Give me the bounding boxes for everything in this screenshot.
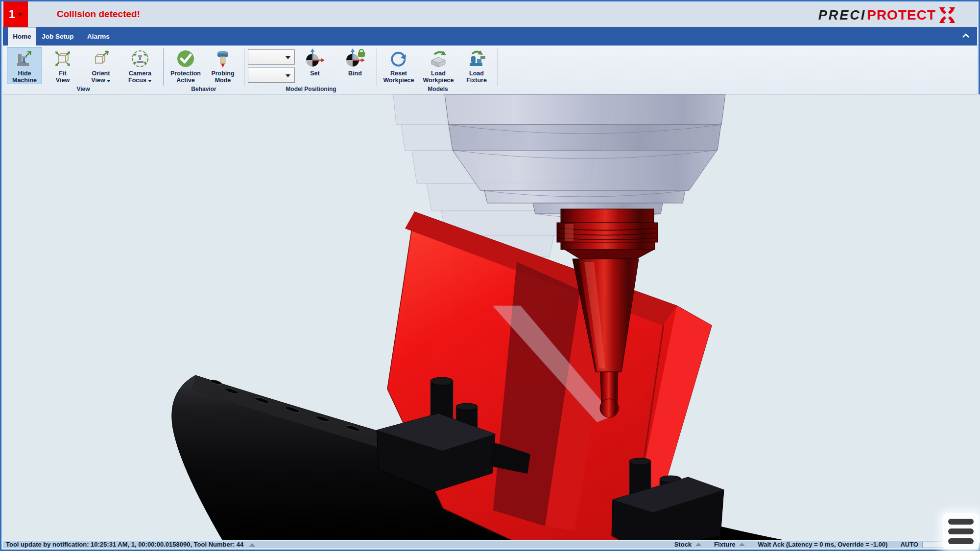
tool-update-status: Tool update by notification: 10:25:31 AM… xyxy=(6,541,255,548)
camera-focus-button[interactable]: CameraFocus xyxy=(122,47,158,84)
combo-arrow-icon xyxy=(286,56,290,59)
set-button[interactable]: Set xyxy=(299,47,331,84)
tab-alarms[interactable]: Alarms xyxy=(84,27,113,46)
dropdown-arrow-icon xyxy=(107,80,111,82)
hide-machine-icon xyxy=(7,47,42,69)
btn-label: Camera xyxy=(129,70,151,77)
brand-preci: PRECI xyxy=(818,8,866,23)
btn-label: Set xyxy=(310,70,319,77)
alarm-dropdown-icon xyxy=(18,13,23,17)
expand-stock-icon[interactable] xyxy=(695,543,701,546)
tab-job-setup[interactable]: Job Setup xyxy=(40,27,75,46)
bind-datum-lock-icon xyxy=(339,47,371,69)
ribbon: HideMachine xyxy=(3,46,977,94)
protection-active-button[interactable]: ProtectionActive xyxy=(167,47,204,84)
tabbar: Home Job Setup Alarms xyxy=(3,27,977,46)
btn-label: Hide xyxy=(18,70,31,77)
ribbon-group-behavior: ProtectionActive ProbingMode Behavior xyxy=(167,46,241,93)
collapse-ribbon-icon[interactable] xyxy=(961,33,970,39)
btn-label: Fixture xyxy=(466,77,487,84)
load-workpiece-icon xyxy=(420,47,457,69)
protection-active-icon xyxy=(167,47,204,69)
orient-view-button[interactable]: OrientView xyxy=(83,47,119,84)
btn-label: Mode xyxy=(215,77,231,84)
ribbon-divider xyxy=(244,48,244,86)
reset-workpiece-button[interactable]: ResetWorkpiece xyxy=(380,47,417,84)
brand-logo: PRECIPROTECT xyxy=(818,7,956,23)
model-positioning-dropdown-2[interactable] xyxy=(248,68,295,83)
combo-arrow-icon xyxy=(286,74,290,77)
ribbon-divider xyxy=(163,48,164,86)
btn-label: Load xyxy=(469,70,484,77)
orient-view-icon xyxy=(84,47,118,69)
machine-3d-scene xyxy=(3,94,980,543)
alarm-count: 1 xyxy=(9,8,15,21)
fit-view-icon xyxy=(46,47,80,69)
load-fixture-button[interactable]: LoadFixture xyxy=(459,47,494,84)
model-positioning-dropdown-1[interactable] xyxy=(248,49,295,65)
ribbon-group-view: HideMachine xyxy=(6,46,161,93)
view-menu-button[interactable] xyxy=(943,513,979,550)
probing-mode-button[interactable]: ProbingMode xyxy=(207,47,239,84)
btn-label: Workpiece xyxy=(383,77,414,84)
stock-status: Stock xyxy=(674,541,701,548)
load-fixture-icon xyxy=(460,47,493,69)
ribbon-divider xyxy=(498,48,498,86)
btn-label: Load xyxy=(431,70,446,77)
alarm-count-button[interactable]: 1 xyxy=(3,1,28,27)
statusbar: Tool update by notification: 10:25:31 AM… xyxy=(3,540,977,548)
fixture-label: Fixture xyxy=(714,541,735,548)
btn-label: View xyxy=(56,77,70,84)
collision-logo-icon xyxy=(939,7,956,23)
btn-label: Probing xyxy=(211,70,234,77)
wait-ack-status: Wait Ack (Latency = 0 ms, Override = -1.… xyxy=(758,541,887,548)
btn-label: Reset xyxy=(390,70,407,77)
ribbon-group-models: ResetWorkpiece LoadWorkpiece xyxy=(380,46,496,93)
statusbar-right: Stock Fixture Wait Ack (Latency = 0 ms, … xyxy=(674,541,918,548)
camera-focus-icon xyxy=(123,47,157,69)
machine-3d-viewport[interactable] xyxy=(3,94,980,543)
ribbon-group-label: Models xyxy=(380,86,496,92)
probing-mode-icon xyxy=(207,47,239,69)
ribbon-divider xyxy=(377,48,377,86)
expand-fixture-icon[interactable] xyxy=(739,543,745,546)
brand-protect: PROTECT xyxy=(867,7,936,23)
mode-indicator: AUTO xyxy=(900,541,918,548)
ribbon-group-label: Model Positioning xyxy=(248,86,374,92)
tab-home[interactable]: Home xyxy=(8,27,36,46)
ribbon-group-model-positioning: Set Bind Model Positi xyxy=(248,46,374,93)
reset-workpiece-icon xyxy=(381,47,417,69)
fixture-status: Fixture xyxy=(714,541,745,548)
btn-label: Fit xyxy=(59,70,66,77)
set-datum-icon xyxy=(299,47,331,69)
btn-label: Bind xyxy=(348,70,362,77)
preciprotect-window: 1 Collision detected! PRECIPROTECT Home … xyxy=(0,0,980,551)
hamburger-icon xyxy=(948,528,974,534)
hamburger-icon xyxy=(948,519,974,525)
ribbon-group-label: Behavior xyxy=(167,86,241,92)
load-workpiece-button[interactable]: LoadWorkpiece xyxy=(419,47,457,84)
hide-machine-button[interactable]: HideMachine xyxy=(7,47,42,84)
btn-label: Focus xyxy=(128,77,146,84)
btn-label: Active xyxy=(176,77,195,84)
dropdown-arrow-icon xyxy=(148,80,152,82)
btn-label: Orient xyxy=(92,70,110,77)
spindle xyxy=(445,94,725,218)
btn-label: View xyxy=(91,77,105,84)
alarm-message: Collision detected! xyxy=(57,9,140,20)
hamburger-icon xyxy=(948,538,974,544)
btn-label: Workpiece xyxy=(423,77,454,84)
ribbon-group-label: View xyxy=(6,86,161,92)
fit-view-button[interactable]: FitView xyxy=(45,47,80,84)
titlebar: 1 Collision detected! PRECIPROTECT xyxy=(3,1,977,27)
stock-label: Stock xyxy=(674,541,692,548)
btn-label: Machine xyxy=(12,77,37,84)
tool-update-text: Tool update by notification: 10:25:31 AM… xyxy=(6,541,243,548)
bind-button[interactable]: Bind xyxy=(339,47,371,84)
expand-tool-status-icon[interactable] xyxy=(249,543,255,547)
btn-label: Protection xyxy=(170,70,201,77)
